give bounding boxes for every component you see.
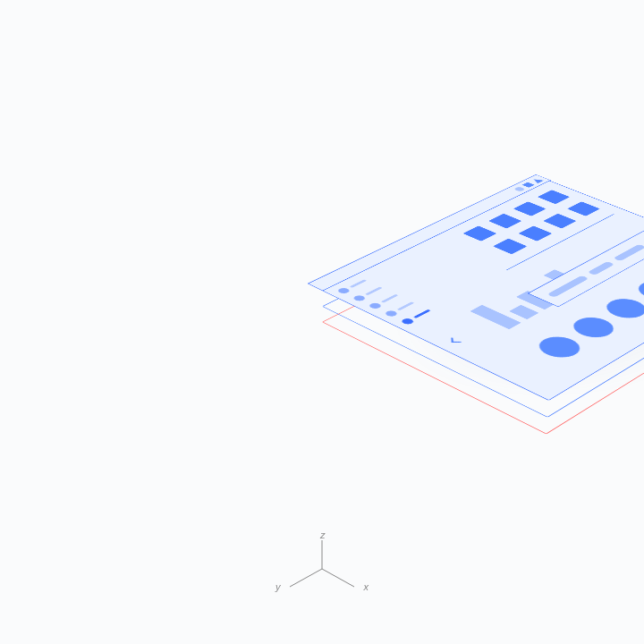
avatar-circle[interactable] xyxy=(599,295,644,322)
chart-bar xyxy=(509,305,538,319)
sidebar-label-placeholder xyxy=(397,301,415,310)
square-icon xyxy=(521,182,534,188)
sidebar-label-placeholder xyxy=(381,294,399,303)
axis-z-label: z xyxy=(320,530,326,540)
axis-gizmo: z x y xyxy=(268,533,376,605)
dot-icon xyxy=(400,318,416,326)
sidebar-label-placeholder xyxy=(413,309,431,318)
dot-icon xyxy=(336,287,352,294)
svg-line-1 xyxy=(322,569,354,587)
grid-tile[interactable] xyxy=(463,225,497,241)
dot-icon xyxy=(368,302,383,310)
layer-ui-panel xyxy=(322,181,644,401)
grid-tile[interactable] xyxy=(488,214,521,229)
chevron-left-icon[interactable] xyxy=(451,338,461,343)
axis-y-label: y xyxy=(275,581,281,592)
avatar-circle[interactable] xyxy=(531,333,588,361)
toolbar-placeholder xyxy=(613,244,644,261)
sidebar-label-placeholder xyxy=(350,279,368,288)
grid-tile[interactable] xyxy=(513,201,547,216)
svg-line-2 xyxy=(290,569,322,587)
axis-x-label: x xyxy=(364,581,369,592)
dot-icon xyxy=(352,294,367,301)
sidebar-label-placeholder xyxy=(365,287,383,296)
grid-tile[interactable] xyxy=(567,201,600,216)
circle-icon xyxy=(513,186,525,191)
grid-tile[interactable] xyxy=(493,239,527,255)
grid-tile[interactable] xyxy=(519,225,553,241)
grid-tile[interactable] xyxy=(543,214,576,229)
triangle-icon xyxy=(530,178,544,183)
grid-tile[interactable] xyxy=(538,190,570,204)
dot-icon xyxy=(384,309,400,318)
toolbar-placeholder xyxy=(588,261,615,275)
avatar-circle[interactable] xyxy=(565,314,621,342)
